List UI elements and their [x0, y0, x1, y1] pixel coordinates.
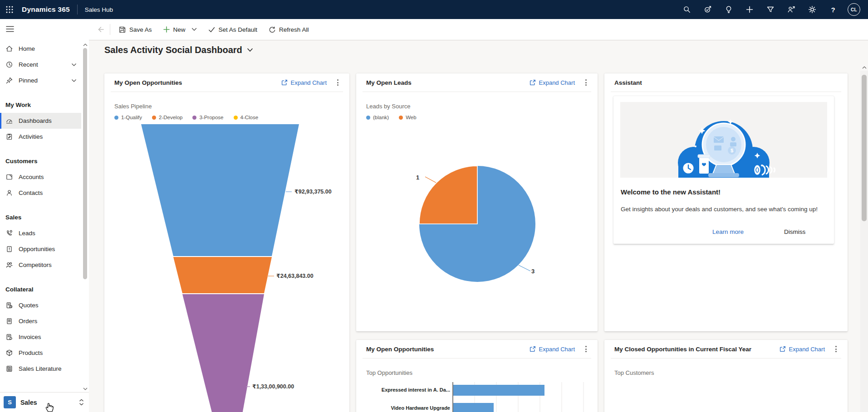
divider — [363, 358, 591, 359]
sidebar-item-quotes[interactable]: Quotes — [0, 297, 81, 313]
app-name[interactable]: Sales Hub — [85, 6, 113, 13]
sidebar-item-label: Activities — [19, 133, 43, 140]
sidebar-scrollbar-thumb[interactable] — [83, 48, 87, 279]
card-my-open-opportunities-funnel: My Open Opportunities Expand Chart Sales… — [104, 73, 349, 412]
card-header: Assistant — [604, 73, 848, 92]
area-switcher[interactable]: S Sales — [0, 392, 89, 412]
legend-dot — [152, 116, 156, 120]
legend-dot — [114, 116, 118, 120]
sidebar-item-orders[interactable]: Orders — [0, 313, 81, 329]
assistant-body: Get insights about your deals and custom… — [621, 206, 825, 213]
card-my-closed-opportunities: My Closed Opportunities in Current Fisca… — [604, 340, 848, 412]
sidebar-item-sales-literature[interactable]: Sales Literature — [0, 361, 81, 377]
sidebar-item-leads[interactable]: Leads — [0, 225, 81, 241]
chart-legend: 1-Qualify 2-Develop 3-Propose 4-Close — [114, 115, 349, 120]
sidebar-item-label: Recent — [19, 61, 38, 68]
chart-title: Sales Pipeline — [114, 103, 349, 110]
topbar-actions: ? CL — [677, 0, 868, 19]
sidebar-scrollbar[interactable] — [81, 42, 89, 392]
expand-chart-label: Expand Chart — [291, 79, 327, 86]
area-label: Sales — [20, 399, 74, 406]
lightbulb-icon[interactable] — [718, 0, 739, 19]
settings-gear-icon[interactable] — [802, 0, 823, 19]
assistant-welcome-card: $ — [613, 96, 834, 244]
sidebar-item-label: Quotes — [19, 302, 39, 309]
share-user-icon[interactable] — [781, 0, 802, 19]
card-title: Assistant — [614, 79, 842, 86]
expand-chart-button[interactable]: Expand Chart — [529, 346, 575, 353]
account-menu[interactable]: CL — [843, 0, 864, 19]
sidebar-item-accounts[interactable]: Accounts — [0, 169, 81, 185]
pie-slice-web[interactable] — [419, 166, 477, 224]
add-icon[interactable] — [739, 0, 760, 19]
chevron-down-icon — [71, 79, 77, 82]
navigation-list: Home Recent Pinned My Work Dashboards Ac… — [0, 41, 81, 377]
expand-chart-button[interactable]: Expand Chart — [529, 79, 575, 86]
save-as-button[interactable]: Save As — [113, 21, 157, 38]
sidebar-item-opportunities[interactable]: Opportunities — [0, 241, 81, 257]
bar-category-label: Video Hardware Upgrade — [358, 405, 450, 411]
chart-title: Top Opportunities — [366, 369, 598, 376]
sidebar-item-label: Accounts — [19, 174, 44, 180]
legend-dot — [192, 116, 196, 120]
chevron-down-icon — [71, 63, 77, 67]
card-title: My Open Opportunities — [366, 346, 529, 353]
content-scrollbar[interactable] — [860, 64, 868, 412]
search-icon[interactable] — [677, 0, 697, 19]
sidebar-group-header: Collateral — [0, 281, 81, 297]
expand-chart-icon — [529, 346, 536, 353]
sidebar-item-recent[interactable]: Recent — [0, 57, 81, 73]
hamburger-menu-icon[interactable] — [5, 24, 15, 34]
expand-chart-icon — [779, 346, 786, 353]
site-map-sidebar: Home Recent Pinned My Work Dashboards Ac… — [0, 19, 89, 412]
sidebar-item-dashboards[interactable]: Dashboards — [0, 113, 81, 129]
sidebar-item-competitors[interactable]: Competitors — [0, 257, 81, 273]
chart-title: Top Customers — [614, 369, 848, 376]
command-bar-separator — [110, 24, 110, 35]
dismiss-link[interactable]: Dismiss — [784, 228, 805, 235]
funnel-segment-qualify[interactable] — [141, 124, 299, 256]
bar-expressed-interest[interactable] — [453, 385, 544, 396]
more-options-icon[interactable] — [579, 343, 592, 355]
refresh-all-button[interactable]: Refresh All — [263, 21, 314, 38]
more-options-icon[interactable] — [579, 76, 592, 89]
sidebar-item-invoices[interactable]: Invoices — [0, 329, 81, 345]
legend-item: 2-Develop — [152, 115, 182, 120]
sidebar-item-activities[interactable]: Activities — [0, 129, 81, 145]
sales-pipeline-funnel-chart — [104, 124, 349, 412]
top-navigation-bar: Dynamics 365 Sales Hub — [0, 0, 868, 19]
scroll-up-icon[interactable] — [860, 64, 868, 71]
app-launcher-waffle-icon[interactable] — [0, 0, 19, 19]
sidebar-item-home[interactable]: Home — [0, 41, 81, 57]
bar-video-hardware-upgrade[interactable] — [453, 403, 494, 412]
assistant-heading: Welcome to the new Assistant! — [621, 188, 721, 196]
expand-chart-button[interactable]: Expand Chart — [779, 346, 825, 353]
sidebar-item-pinned[interactable]: Pinned — [0, 73, 81, 88]
new-button[interactable]: New — [157, 21, 202, 38]
funnel-segment-propose[interactable] — [182, 294, 264, 412]
sidebar-item-label: Competitors — [19, 262, 52, 268]
check-circle-arrow-icon[interactable] — [697, 0, 718, 19]
scroll-down-icon[interactable] — [81, 386, 89, 392]
more-options-icon[interactable] — [331, 76, 344, 89]
card-header: My Open Opportunities Expand Chart — [104, 73, 349, 92]
brand-title[interactable]: Dynamics 365 — [22, 5, 70, 14]
save-as-label: Save As — [129, 26, 152, 33]
back-icon[interactable] — [92, 19, 110, 40]
learn-more-link[interactable]: Learn more — [712, 228, 744, 235]
sidebar-item-contacts[interactable]: Contacts — [0, 185, 81, 201]
sidebar-item-products[interactable]: Products — [0, 345, 81, 361]
filter-icon[interactable] — [760, 0, 781, 19]
help-icon[interactable]: ? — [823, 0, 843, 19]
more-options-icon[interactable] — [829, 343, 842, 355]
card-title: My Open Leads — [366, 79, 529, 86]
sidebar-item-label: Contacts — [19, 189, 43, 196]
chevron-down-icon — [247, 48, 253, 52]
scroll-up-icon[interactable] — [81, 42, 89, 48]
dashboard-selector[interactable]: Sales Activity Social Dashboard — [104, 45, 253, 55]
expand-chart-button[interactable]: Expand Chart — [281, 79, 327, 86]
set-as-default-button[interactable]: Set As Default — [202, 21, 263, 38]
content-scrollbar-thumb[interactable] — [862, 75, 867, 221]
card-header: My Closed Opportunities in Current Fisca… — [604, 340, 848, 358]
funnel-segment-develop[interactable] — [173, 257, 272, 293]
